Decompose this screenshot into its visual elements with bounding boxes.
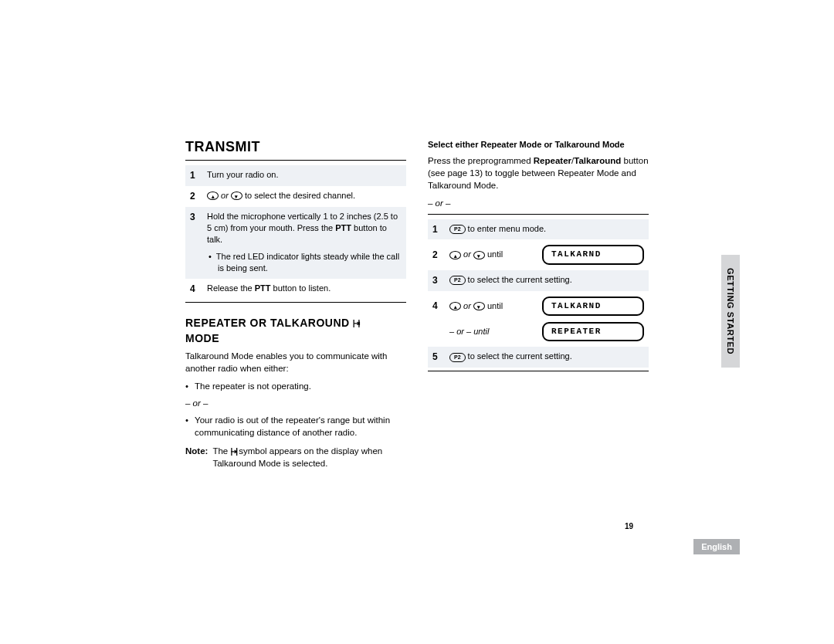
page-content: TRANSMIT 1 Turn your radio on. 2 ▴ or ▾ … [185,139,649,469]
heading-repeater-line2: MODE [185,332,406,346]
step-number: 4 [190,283,199,296]
step-text: Hold the microphone vertically 1 to 2 in… [207,211,402,275]
step-number: 1 [432,223,442,236]
nested-bullet: The red LED indicator lights steady whil… [207,251,402,275]
step-row-group: 4 ▴ or ▾ until TALKARND – or – until [428,291,649,347]
step-text: ▴ or ▾ until [449,300,536,312]
language-tab: English [693,539,740,554]
step-text: Release the PTT button to listen. [207,283,402,294]
up-arrow-icon: ▴ [207,192,219,200]
step-text: ▴ or ▾ until [449,249,536,260]
p2-button-icon: P2 [449,225,466,234]
step-row: 1 Turn your radio on. [185,165,406,186]
step-row: 3 Hold the microphone vertically 1 to 2 … [185,207,406,279]
lcd-display: TALKARND [542,245,644,264]
talkaround-icon: |⇥| [353,319,359,329]
transmit-steps: 1 Turn your radio on. 2 ▴ or ▾ to select… [185,165,406,299]
step-text: Turn your radio on. [207,169,402,181]
step-row: 3 P2 to select the current setting. [428,270,649,291]
or-until-text: – or – until [449,326,536,337]
down-arrow-icon: ▾ [473,251,485,259]
note-text: The |⇥| symbol appears on the display wh… [212,445,406,469]
step-row: 5 P2 to select the current setting. [428,347,649,368]
step-text-tail: to select the desired channel. [245,191,355,200]
rule [185,302,406,303]
step-text: P2 to select the current setting. [449,274,644,286]
p2-button-icon: P2 [449,353,466,362]
or-text: or [221,191,231,200]
note-block: Note: The |⇥| symbol appears on the disp… [185,445,406,469]
step-number: 3 [190,211,199,224]
or-separator: – or – [185,397,406,409]
bullet-item: Your radio is out of the repeater's rang… [185,414,406,439]
step-number: 2 [190,190,199,203]
step-row: 4 Release the PTT button to listen. [185,279,406,300]
heading-repeater: REPEATER OR TALKAROUND |⇥| [185,317,406,330]
p2-button-icon: P2 [449,276,466,285]
paragraph: Press the preprogrammed Repeater/Talkaro… [428,154,649,192]
lcd-display: TALKARND [542,297,644,316]
step-number: 5 [432,351,442,364]
page-number: 19 [625,522,633,530]
step-row: 2 ▴ or ▾ to select the desired channel. [185,186,406,207]
or-separator: – or – [428,197,649,209]
up-arrow-icon: ▴ [449,251,461,259]
sub-heading: Select either Repeater Mode or Talkaroun… [428,139,649,150]
intro-text: Talkaround Mode enables you to communica… [185,350,406,375]
bullet-item: The repeater is not operating. [185,380,406,392]
step-row: 2 ▴ or ▾ until TALKARND [428,239,649,269]
step-number: 2 [432,249,442,262]
step-text: P2 to enter menu mode. [449,223,644,235]
step-number: 4 [432,300,442,313]
mode-steps: 1 P2 to enter menu mode. 2 ▴ or ▾ until … [428,219,649,368]
step-text: ▴ or ▾ to select the desired channel. [207,190,402,202]
step-number: 1 [190,169,199,182]
down-arrow-icon: ▾ [231,192,242,200]
right-column: Select either Repeater Mode or Talkaroun… [428,139,649,469]
left-column: TRANSMIT 1 Turn your radio on. 2 ▴ or ▾ … [185,139,406,469]
step-row: 1 P2 to enter menu mode. [428,219,649,240]
section-tab: GETTING STARTED [721,255,740,368]
step-text: P2 to select the current setting. [449,351,644,362]
step-row-or: – or – until REPEATER [428,319,649,347]
note-label: Note: [185,445,208,469]
heading-transmit: TRANSMIT [185,139,406,155]
rule [428,214,649,215]
rule [185,160,406,161]
up-arrow-icon: ▴ [449,302,461,310]
step-row: 4 ▴ or ▾ until TALKARND [428,291,649,319]
down-arrow-icon: ▾ [473,302,485,310]
step-number: 3 [432,274,442,287]
talkaround-icon: |⇥| [230,446,236,457]
rule [428,371,649,371]
lcd-display: REPEATER [542,322,644,341]
